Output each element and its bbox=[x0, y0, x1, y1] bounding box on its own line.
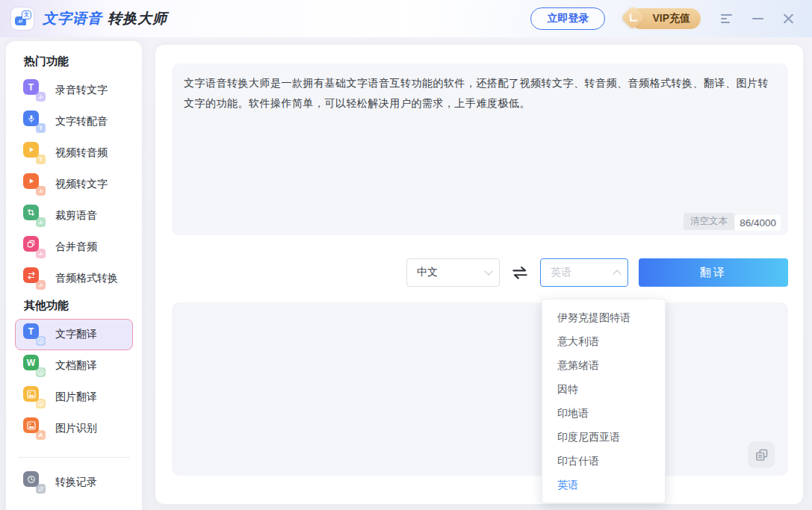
sidebar-item-label: 裁剪语音 bbox=[55, 209, 97, 223]
login-button[interactable]: 立即登录 bbox=[530, 7, 605, 30]
dropdown-option[interactable]: 意第绪语 bbox=[542, 353, 665, 377]
sidebar-item-history[interactable]: 转换记录 bbox=[15, 467, 133, 498]
main-panel: 文字语音转换大师是一款拥有基础文字语音互转功能的软件，还搭配了视频转文字、转音频… bbox=[155, 45, 803, 504]
merge-audio-icon bbox=[23, 236, 46, 258]
vip-diamond-check-icon bbox=[622, 5, 646, 30]
crop-audio-icon bbox=[23, 205, 46, 227]
copy-icon bbox=[754, 447, 769, 463]
text-to-speech-icon bbox=[23, 111, 46, 133]
app-logo-icon bbox=[10, 7, 34, 31]
sidebar-item-text-to-speech[interactable]: 文字转配音 bbox=[15, 106, 133, 137]
sidebar-item-video-to-text[interactable]: 视频转文字 bbox=[15, 169, 133, 200]
format-convert-icon bbox=[23, 267, 46, 290]
sidebar-item-audio-to-text[interactable]: 录音转文字 bbox=[15, 75, 133, 106]
dropdown-option[interactable]: 伊努克提图特语 bbox=[542, 305, 665, 329]
menu-lines-icon[interactable] bbox=[721, 14, 733, 23]
source-text-panel: 文字语音转换大师是一款拥有基础文字语音互转功能的软件，还搭配了视频转文字、转音频… bbox=[172, 63, 788, 235]
sidebar-item-label: 转换记录 bbox=[55, 476, 97, 489]
video-to-audio-icon bbox=[23, 142, 46, 164]
app-title-secondary: 转换大师 bbox=[108, 9, 167, 28]
sidebar-item-merge-audio[interactable]: 合并音频 bbox=[15, 231, 133, 263]
app-title-primary: 文字语音 bbox=[43, 9, 102, 28]
sidebar-divider bbox=[18, 457, 130, 458]
chevron-up-icon bbox=[613, 270, 621, 278]
source-language-value: 中文 bbox=[417, 266, 438, 279]
sidebar-item-label: 图片识别 bbox=[55, 422, 97, 435]
clear-text-button[interactable]: 清空文本 bbox=[684, 213, 734, 230]
sidebar-item-text-translate[interactable]: 文字翻译 bbox=[15, 319, 133, 350]
dropdown-option[interactable]: 印度尼西亚语 bbox=[542, 425, 665, 449]
result-panel bbox=[172, 302, 788, 476]
dropdown-option[interactable]: 因特 bbox=[542, 377, 665, 401]
sidebar-item-video-to-audio[interactable]: 视频转音频 bbox=[15, 137, 133, 169]
sidebar-item-label: 音频格式转换 bbox=[55, 272, 118, 285]
sidebar-item-label: 视频转文字 bbox=[55, 178, 108, 191]
image-translate-icon bbox=[23, 386, 46, 408]
image-recognition-icon bbox=[23, 417, 46, 440]
minimize-icon[interactable] bbox=[752, 18, 763, 19]
dropdown-option[interactable]: 印古什语 bbox=[542, 449, 665, 473]
vip-recharge-button[interactable]: VIP充值 bbox=[634, 8, 701, 29]
sidebar-item-label: 文档翻译 bbox=[55, 359, 97, 373]
app-title: 文字语音 转换大师 bbox=[43, 9, 167, 28]
sidebar-item-document-translate[interactable]: 文档翻译 bbox=[15, 350, 133, 382]
vip-label: VIP充值 bbox=[652, 12, 690, 24]
history-icon bbox=[23, 471, 46, 494]
sidebar-section-other: 其他功能 bbox=[24, 299, 133, 313]
sidebar-item-label: 录音转文字 bbox=[55, 84, 108, 97]
language-row: 中文 英语 翻译 bbox=[406, 258, 788, 287]
source-text-input[interactable]: 文字语音转换大师是一款拥有基础文字语音互转功能的软件，还搭配了视频转文字、转音频… bbox=[172, 63, 788, 122]
sidebar-item-label: 文字翻译 bbox=[55, 328, 97, 341]
target-language-select[interactable]: 英语 bbox=[540, 258, 628, 287]
sidebar-item-audio-format-convert[interactable]: 音频格式转换 bbox=[15, 263, 133, 294]
sidebar: 热门功能 录音转文字 文字转配音 视频转音频 视频转文字 bbox=[6, 41, 142, 510]
close-icon[interactable] bbox=[783, 13, 794, 25]
document-translate-icon bbox=[23, 355, 46, 377]
sidebar-item-label: 图片翻译 bbox=[55, 391, 97, 404]
sidebar-section-hot: 热门功能 bbox=[24, 55, 133, 69]
char-counter: 86/4000 bbox=[735, 215, 781, 231]
translate-button[interactable]: 翻译 bbox=[639, 258, 788, 287]
copy-result-button[interactable] bbox=[748, 441, 775, 468]
sidebar-item-label: 合并音频 bbox=[55, 240, 97, 254]
text-translate-icon bbox=[23, 323, 46, 346]
sidebar-item-label: 视频转音频 bbox=[55, 146, 108, 160]
dropdown-option[interactable]: 印地语 bbox=[542, 401, 665, 425]
video-to-text-icon bbox=[23, 173, 46, 196]
swap-languages-icon[interactable] bbox=[510, 263, 530, 282]
sidebar-item-image-recognition[interactable]: 图片识别 bbox=[15, 413, 133, 444]
chevron-down-icon bbox=[484, 267, 492, 275]
dropdown-option[interactable]: 意大利语 bbox=[542, 329, 665, 353]
language-dropdown: 伊努克提图特语 意大利语 意第绪语 因特 印地语 印度尼西亚语 印古什语 英语 bbox=[542, 299, 666, 503]
dropdown-option-selected[interactable]: 英语 bbox=[542, 473, 665, 497]
source-language-select[interactable]: 中文 bbox=[406, 258, 500, 287]
sidebar-item-trim-audio[interactable]: 裁剪语音 bbox=[15, 200, 133, 231]
title-bar: 文字语音 转换大师 立即登录 VIP充值 bbox=[0, 0, 812, 37]
sidebar-item-label: 文字转配音 bbox=[55, 115, 108, 128]
translate-bubble-icon bbox=[22, 10, 31, 19]
target-language-value: 英语 bbox=[551, 266, 571, 279]
sidebar-item-image-translate[interactable]: 图片翻译 bbox=[15, 382, 133, 413]
audio-to-text-icon bbox=[23, 79, 46, 102]
